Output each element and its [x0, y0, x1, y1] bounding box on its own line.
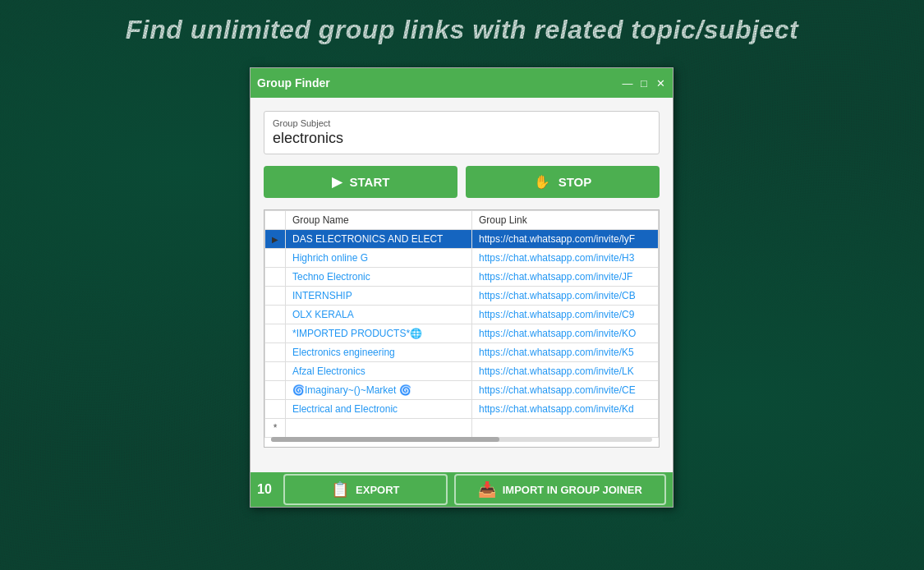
- window-controls: — □ ✕: [622, 77, 666, 89]
- page-heading: Find unlimited group links with related …: [0, 0, 924, 55]
- group-link-cell[interactable]: https://chat.whatsapp.com/invite/K5: [472, 343, 659, 362]
- app-window: Group Finder — □ ✕ Group Subject electro…: [250, 67, 673, 508]
- stop-icon: ✋: [534, 174, 550, 190]
- row-arrow: [265, 400, 286, 419]
- results-table: Group Name Group Link ▶DAS ELECTRONICS A…: [264, 210, 659, 438]
- group-link-cell[interactable]: https://chat.whatsapp.com/invite/CE: [472, 381, 659, 400]
- export-label: EXPORT: [356, 484, 399, 496]
- field-value: electronics: [273, 130, 650, 147]
- group-link-cell[interactable]: https://chat.whatsapp.com/invite/Kd: [472, 400, 659, 419]
- table-row[interactable]: Afzal Electronicshttps://chat.whatsapp.c…: [265, 362, 659, 381]
- maximize-button[interactable]: □: [638, 77, 650, 89]
- group-link-cell[interactable]: https://chat.whatsapp.com/invite/LK: [472, 362, 659, 381]
- table-row[interactable]: *IMPORTED PRODUCTS*🌐https://chat.whatsap…: [265, 324, 659, 343]
- table-row[interactable]: ▶DAS ELECTRONICS AND ELECThttps://chat.w…: [265, 230, 659, 249]
- group-link-cell[interactable]: https://chat.whatsapp.com/invite/KO: [472, 324, 659, 343]
- table-row-empty: *: [265, 419, 659, 438]
- group-name-cell: Electronics engineering: [286, 343, 472, 362]
- row-arrow: [265, 381, 286, 400]
- group-name-cell: OLX KERALA: [286, 306, 472, 324]
- row-arrow: ▶: [265, 230, 286, 249]
- results-table-container: Group Name Group Link ▶DAS ELECTRONICS A…: [264, 209, 660, 448]
- minimize-button[interactable]: —: [622, 77, 633, 89]
- group-link-cell[interactable]: https://chat.whatsapp.com/invite/C9: [472, 306, 659, 324]
- row-arrow: [265, 324, 286, 343]
- group-name-cell: Electrical and Electronic: [286, 400, 472, 419]
- row-arrow: [265, 343, 286, 362]
- group-name-cell: DAS ELECTRONICS AND ELECT: [286, 230, 472, 249]
- table-row[interactable]: Techno Electronichttps://chat.whatsapp.c…: [265, 268, 659, 287]
- action-buttons-row: ▶ START ✋ STOP: [264, 166, 660, 198]
- field-label: Group Subject: [273, 118, 650, 128]
- export-button[interactable]: 📋 EXPORT: [283, 474, 448, 505]
- import-label: IMPORT IN GROUP JOINER: [503, 484, 642, 496]
- start-button[interactable]: ▶ START: [264, 166, 457, 198]
- col-header-marker: [265, 211, 286, 230]
- group-link-cell[interactable]: https://chat.whatsapp.com/invite/H3: [472, 249, 659, 268]
- row-arrow: [265, 362, 286, 381]
- window-titlebar: Group Finder — □ ✕: [251, 68, 673, 98]
- row-arrow: [265, 249, 286, 268]
- group-subject-field[interactable]: Group Subject electronics: [264, 111, 660, 154]
- group-link-cell[interactable]: https://chat.whatsapp.com/invite/CB: [472, 287, 659, 306]
- group-name-cell: *IMPORTED PRODUCTS*🌐: [286, 324, 472, 343]
- col-header-name: Group Name: [286, 211, 472, 230]
- close-button[interactable]: ✕: [655, 77, 666, 89]
- export-icon: 📋: [331, 480, 349, 499]
- group-link-cell[interactable]: https://chat.whatsapp.com/invite/lyF: [472, 230, 659, 249]
- bottom-bar: 10 📋 EXPORT 📥 IMPORT IN GROUP JOINER: [251, 472, 673, 507]
- import-button[interactable]: 📥 IMPORT IN GROUP JOINER: [454, 474, 666, 505]
- stop-label: STOP: [559, 175, 592, 189]
- start-icon: ▶: [332, 174, 342, 190]
- group-name-cell: 🌀Imaginary~()~Market 🌀: [286, 381, 472, 400]
- table-row[interactable]: OLX KERALAhttps://chat.whatsapp.com/invi…: [265, 306, 659, 324]
- table-row[interactable]: Highrich online Ghttps://chat.whatsapp.c…: [265, 249, 659, 268]
- result-count: 10: [257, 482, 277, 497]
- table-row[interactable]: Electrical and Electronichttps://chat.wh…: [265, 400, 659, 419]
- group-link-cell[interactable]: https://chat.whatsapp.com/invite/JF: [472, 268, 659, 287]
- table-row[interactable]: 🌀Imaginary~()~Market 🌀https://chat.whats…: [265, 381, 659, 400]
- group-name-cell: Afzal Electronics: [286, 362, 472, 381]
- group-name-cell: INTERNSHIP: [286, 287, 472, 306]
- row-arrow: [265, 306, 286, 324]
- window-title: Group Finder: [257, 76, 330, 90]
- import-icon: 📥: [478, 480, 496, 499]
- col-header-link: Group Link: [472, 211, 659, 230]
- row-arrow: [265, 287, 286, 306]
- group-name-cell: Techno Electronic: [286, 268, 472, 287]
- start-label: START: [350, 175, 390, 189]
- scrollbar-thumb: [271, 437, 499, 442]
- table-row[interactable]: INTERNSHIPhttps://chat.whatsapp.com/invi…: [265, 287, 659, 306]
- table-row[interactable]: Electronics engineeringhttps://chat.what…: [265, 343, 659, 362]
- group-name-cell: Highrich online G: [286, 249, 472, 268]
- stop-button[interactable]: ✋ STOP: [466, 166, 660, 198]
- horizontal-scrollbar[interactable]: [271, 437, 652, 442]
- window-content: Group Subject electronics ▶ START ✋ STOP…: [251, 98, 673, 472]
- row-arrow: [265, 268, 286, 287]
